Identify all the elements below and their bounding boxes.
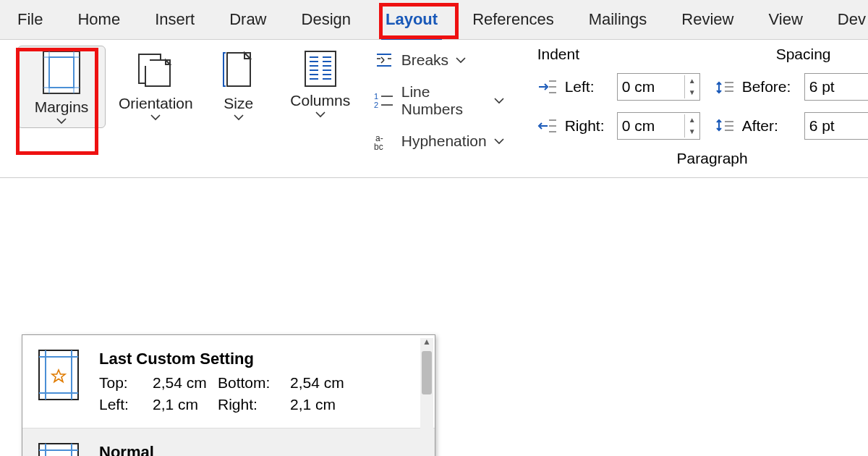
left-label: Left: [99,396,153,413]
margins-label: Margins [35,98,89,116]
spacing-before-icon [715,77,735,97]
indent-left-input[interactable]: ▲▼ [617,73,700,101]
breaks-label: Breaks [401,51,448,69]
columns-label: Columns [290,92,350,109]
margins-button[interactable]: Margins [17,46,106,128]
paragraph-group-label: Paragraph [537,150,868,167]
margins-option-body: Normal Top:2,54 cm Bottom:2,54 cm Left:2… [99,443,419,456]
tab-design[interactable]: Design [297,4,355,35]
left-value: 2,1 cm [153,396,218,413]
svg-text:2: 2 [374,101,378,109]
spacing-before-input[interactable]: ▲▼ [804,73,868,101]
right-label: Right: [218,396,290,413]
spacing-before-label: Before: [742,78,797,96]
margins-icon [43,51,80,94]
orientation-label: Orientation [119,95,193,112]
chevron-down-icon [494,138,504,145]
paragraph-headers: Indent Spacing [537,46,868,63]
indent-left-label: Left: [565,78,610,96]
hyphenation-button[interactable]: a-bc Hyphenation [374,131,504,151]
tab-mailings[interactable]: Mailings [584,4,652,35]
hyphenation-label: Hyphenation [401,132,487,150]
margins-dropdown: Last Custom Setting Top:2,54 cm Bottom:2… [22,334,435,456]
top-value: 2,54 cm [153,374,218,392]
tab-home[interactable]: Home [73,4,124,35]
spacing-after-input[interactable]: ▲▼ [804,112,868,140]
orientation-button[interactable]: Orientation [111,46,200,124]
chevron-down-icon [315,111,326,118]
svg-text:1: 1 [374,92,378,101]
tab-view[interactable]: View [764,4,807,35]
margins-page-icon [38,443,79,456]
indent-left-icon [537,77,558,97]
tab-references[interactable]: References [468,4,558,35]
indent-right-icon [537,116,558,136]
group-page-setup-1: Margins [0,40,109,128]
scrollbar-thumb[interactable] [422,351,432,394]
chevron-down-icon [456,56,466,64]
bottom-label: Bottom: [218,374,290,392]
tab-review[interactable]: Review [677,4,738,35]
top-label: Top: [99,374,153,392]
svg-text:bc: bc [374,142,383,151]
indent-header: Indent [537,46,624,63]
size-label: Size [224,95,253,112]
margins-option-title: Normal [99,443,419,456]
tab-layout[interactable]: Layout [381,4,442,35]
columns-icon [304,50,337,88]
spacing-after-icon [715,116,735,136]
spacing-header: Spacing [776,46,863,63]
breaks-icon [374,50,394,70]
chevron-down-icon [494,97,504,104]
group-breaks: Breaks 12 Line Numbers a-bc Hyphenation [367,40,511,151]
orientation-icon [137,50,174,90]
margins-option-title: Last Custom Setting [99,350,419,368]
ribbon-tabs: File Home Insert Draw Design Layout Refe… [0,0,868,40]
margins-page-icon [38,350,79,400]
margins-option-normal[interactable]: Normal Top:2,54 cm Bottom:2,54 cm Left:2… [22,428,435,456]
margins-option-body: Last Custom Setting Top:2,54 cm Bottom:2… [99,350,419,413]
spacing-after-label: After: [742,117,797,135]
line-numbers-icon: 12 [374,90,394,111]
group-orientation: Orientation [109,40,203,124]
right-value: 2,1 cm [290,396,348,413]
dropdown-scrollbar[interactable]: ▲ [420,338,433,456]
line-numbers-label: Line Numbers [401,83,487,118]
hyphenation-icon: a-bc [374,131,394,151]
ribbon: Margins Orientation Size Columns [0,40,868,178]
chevron-down-icon [150,114,161,121]
chevron-down-icon [56,117,67,124]
group-size: Size [203,40,274,124]
tab-draw[interactable]: Draw [225,4,271,35]
columns-button[interactable]: Columns [277,46,364,121]
group-paragraph: Indent Spacing Left: ▲▼ Before: ▲▼ Right… [526,40,868,167]
tab-insert[interactable]: Insert [150,4,199,35]
chevron-down-icon [234,114,244,121]
size-button[interactable]: Size [206,46,271,124]
group-columns: Columns [274,40,367,121]
indent-right-label: Right: [565,117,610,135]
tab-file[interactable]: File [13,4,47,35]
tab-developer[interactable]: Dev [833,4,868,35]
size-icon [223,50,255,90]
bottom-value: 2,54 cm [290,374,348,392]
line-numbers-button[interactable]: 12 Line Numbers [374,83,504,118]
indent-right-input[interactable]: ▲▼ [617,112,700,140]
breaks-button[interactable]: Breaks [374,50,504,70]
margins-option-last-custom-setting[interactable]: Last Custom Setting Top:2,54 cm Bottom:2… [22,335,435,428]
